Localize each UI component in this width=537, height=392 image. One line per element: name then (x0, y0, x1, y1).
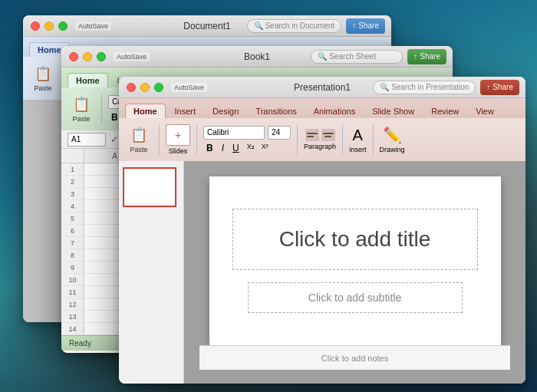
ppt-search[interactable]: 🔍 Search in Presentation (373, 81, 476, 94)
ppt-subtitle-placeholder[interactable]: Click to add subtitle (248, 282, 463, 313)
excel-cell-ref[interactable]: A1 (68, 133, 106, 147)
word-close-btn[interactable] (31, 21, 40, 31)
ppt-toolbar-right: 🔍 Search in Presentation ↑ Share (373, 80, 519, 95)
ppt-insert-label: Insert (349, 146, 367, 153)
ppt-slide-panel: 1 (119, 161, 184, 384)
ppt-drawing-icon[interactable]: ✏️ (383, 126, 402, 144)
word-toolbar-right: 🔍 Search in Document ↑ Share (247, 18, 385, 34)
excel-search-icon: 🔍 (318, 52, 327, 61)
ppt-font-controls: Calibri 24 B I U X₂ X² (203, 126, 291, 154)
ppt-tab-view[interactable]: View (468, 104, 502, 118)
word-title: Document1 (183, 21, 230, 31)
excel-sep1 (101, 94, 102, 124)
ppt-minimize-btn[interactable] (140, 83, 150, 92)
word-paste-btn[interactable]: 📋 Paste (29, 62, 57, 94)
ppt-traffic-lights (119, 83, 171, 92)
ppt-slides-group: + Slides (166, 124, 190, 155)
windows-stack: AutoSave Document1 🔍 Search in Document … (0, 0, 537, 392)
search-icon: 🔍 (254, 21, 263, 30)
ppt-font-size[interactable]: 24 (268, 126, 291, 140)
ppt-slides-label: Slides (169, 147, 188, 155)
word-share-btn[interactable]: ↑ Share (346, 18, 385, 34)
ppt-current-slide: Click to add title Click to add subtitle (209, 176, 501, 345)
word-traffic-lights (23, 21, 75, 31)
ppt-search-icon: 🔍 (380, 83, 389, 91)
ppt-tab-home[interactable]: Home (125, 104, 166, 118)
ppt-sep5 (373, 124, 374, 155)
excel-search[interactable]: 🔍 Search Sheet (311, 50, 403, 64)
ppt-tab-review[interactable]: Review (423, 104, 466, 118)
excel-share-btn[interactable]: ↑ Share (407, 49, 446, 64)
excel-toolbar-right: 🔍 Search Sheet ↑ Share (311, 49, 446, 64)
excel-share-icon: ↑ (413, 52, 417, 61)
ppt-italic-btn[interactable]: I (219, 142, 227, 154)
excel-minimize-btn[interactable] (83, 52, 92, 61)
paste-icon: 📋 (34, 64, 52, 83)
ppt-drawing-group: ✏️ Drawing (380, 126, 405, 153)
excel-status-ready: Ready (69, 339, 91, 348)
ppt-paste-btn[interactable]: 📋 Paste (125, 124, 153, 156)
excel-fullscreen-btn[interactable] (97, 52, 106, 61)
ppt-tab-animations[interactable]: Animations (306, 104, 363, 118)
ppt-tab-slide-show[interactable]: Slide Show (364, 104, 422, 118)
ppt-align-center[interactable] (321, 129, 335, 141)
excel-paste-btn[interactable]: 📋 Paste (68, 93, 95, 125)
ppt-fullscreen-btn[interactable] (154, 83, 163, 92)
ppt-paste-icon: 📋 (130, 126, 148, 144)
ppt-titlebar: AutoSave Presentation1 🔍 Search in Prese… (119, 77, 525, 98)
ppt-new-slide-icon[interactable]: + (166, 124, 190, 146)
ppt-insert-icon[interactable]: A (353, 127, 363, 144)
ppt-notes-placeholder: Click to add notes (321, 354, 388, 363)
ppt-notes-area[interactable]: Click to add notes (199, 345, 510, 370)
ppt-ribbon-content: 📋 Paste + Slides Calibri 24 B I U (119, 118, 525, 161)
ppt-tab-transitions[interactable]: Transitions (248, 104, 304, 118)
ppt-underline-btn[interactable]: U (229, 142, 242, 154)
word-minimize-btn[interactable] (44, 21, 54, 31)
excel-row-header-corner (61, 149, 84, 163)
ppt-main-body: 1 Click to add title Click to add subtit… (119, 161, 525, 384)
ppt-slide-area[interactable]: Click to add title Click to add subtitle… (184, 161, 525, 384)
ppt-share-btn[interactable]: ↑ Share (480, 80, 519, 95)
ppt-align-btns (305, 129, 335, 141)
ppt-subscript-btn[interactable]: X₂ (245, 142, 257, 154)
ppt-insert-group: A Insert (349, 127, 367, 153)
excel-close-btn[interactable] (69, 52, 78, 61)
ppt-font-name[interactable]: Calibri (203, 126, 265, 140)
excel-title: Book1 (244, 51, 270, 62)
excel-traffic-lights (61, 52, 114, 61)
word-autosave: AutoSave (75, 21, 111, 31)
excel-autosave: AutoSave (114, 52, 150, 61)
ppt-sep4 (342, 124, 343, 155)
ppt-align-left[interactable] (305, 129, 319, 141)
ppt-title: Presentation1 (294, 82, 351, 93)
ppt-tab-design[interactable]: Design (205, 104, 246, 118)
excel-titlebar: AutoSave Book1 🔍 Search Sheet ↑ Share (61, 46, 453, 68)
ppt-paragraph-group: Paragraph (304, 129, 336, 150)
ppt-close-btn[interactable] (127, 83, 136, 92)
word-fullscreen-btn[interactable] (58, 21, 68, 31)
word-search[interactable]: 🔍 Search in Document (247, 19, 342, 33)
formula-check: ✓ (110, 134, 118, 145)
ppt-superscript-btn[interactable]: X² (259, 142, 271, 154)
ppt-sep3 (297, 124, 298, 155)
word-titlebar: AutoSave Document1 🔍 Search in Document … (23, 15, 391, 37)
ppt-sep2 (196, 124, 197, 155)
ppt-font-row: Calibri 24 (203, 126, 291, 140)
excel-paste-icon: 📋 (72, 95, 91, 114)
ppt-window: AutoSave Presentation1 🔍 Search in Prese… (119, 77, 525, 384)
ppt-paragraph-label: Paragraph (304, 143, 336, 150)
ppt-slide-thumb-1[interactable]: 1 (123, 167, 176, 207)
ppt-bold-btn[interactable]: B (203, 142, 216, 154)
ppt-ribbon-tabs: Home Insert Design Transitions Animation… (119, 98, 525, 118)
ppt-autosave: AutoSave (171, 83, 207, 92)
ppt-title-placeholder[interactable]: Click to add title (232, 209, 478, 270)
ppt-share-icon: ↑ (486, 83, 490, 91)
excel-tab-home[interactable]: Home (68, 73, 108, 87)
ppt-drawing-label: Drawing (380, 146, 405, 153)
ppt-tab-insert[interactable]: Insert (167, 104, 204, 118)
share-icon: ↑ (352, 21, 356, 30)
ppt-sep1 (159, 124, 160, 155)
ppt-format-btns: B I U X₂ X² (203, 142, 291, 154)
